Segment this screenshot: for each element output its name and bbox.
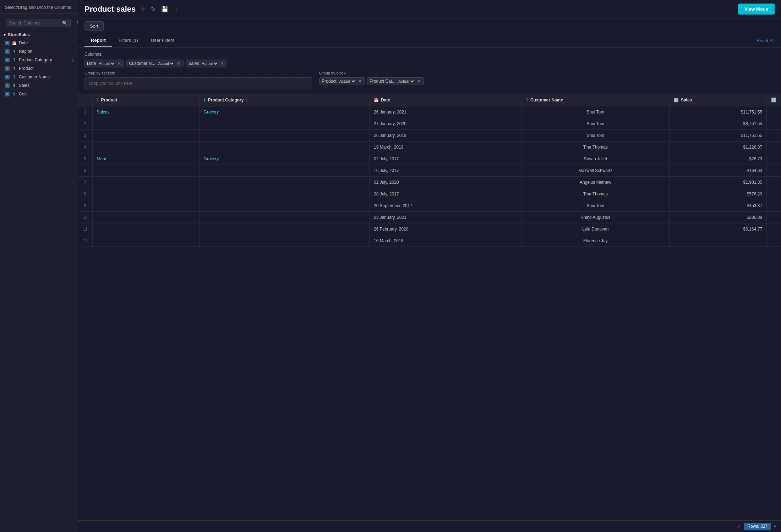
col-pill-remove-sales[interactable]: ✕ bbox=[220, 61, 225, 66]
reset-all-button[interactable]: Reset All bbox=[757, 38, 775, 43]
save-button[interactable]: 💾 bbox=[160, 5, 169, 13]
th-cost-icon[interactable]: 🔢 bbox=[767, 94, 781, 106]
th-product-category[interactable]: T Product Category ↓ bbox=[199, 94, 369, 106]
cell-sales: $164.63 bbox=[669, 165, 766, 177]
more-header-button[interactable]: ⋮ bbox=[173, 5, 181, 13]
cell-cost-icon bbox=[767, 177, 781, 188]
cell-date: 26 February, 2020 bbox=[370, 223, 522, 235]
checkbox-sales[interactable] bbox=[5, 83, 10, 88]
cell-cost-icon bbox=[767, 153, 781, 165]
group-pill-product-cat[interactable]: Product Cat... Actual ✕ bbox=[367, 77, 424, 85]
sort-button[interactable]: Sort bbox=[84, 21, 104, 31]
view-mode-button[interactable]: View Mode bbox=[738, 4, 775, 15]
sidebar-item-cost[interactable]: $ Cost bbox=[0, 90, 78, 98]
col-pill-select-sales[interactable]: Actual bbox=[200, 61, 218, 66]
group-pill-select-product-cat[interactable]: Actual bbox=[397, 79, 415, 84]
sidebar-item-sales[interactable]: $ Sales bbox=[0, 81, 78, 90]
th-sales[interactable]: 🔢 Sales bbox=[669, 94, 766, 106]
cell-row-num: 8 bbox=[78, 188, 92, 200]
cell-row-num: 7 bbox=[78, 177, 92, 188]
chevron-down-icon: ▾ bbox=[4, 32, 6, 37]
sidebar-item-customer-name[interactable]: T Customer Name bbox=[0, 73, 78, 81]
group-by-block: Group by block: Product Actual ✕ Product… bbox=[319, 71, 775, 89]
cell-row-num: 11 bbox=[78, 223, 92, 235]
cell-customer-name: Tina Thomas bbox=[521, 142, 669, 153]
table-row: 9 20 September, 2017 Shui Tom $453.87 bbox=[78, 200, 781, 212]
config-area: Columns: Date Actual ✕ Customer N... Act… bbox=[78, 48, 781, 94]
sort-desc-icon[interactable]: ↓ bbox=[246, 98, 247, 102]
tab-filters[interactable]: Filters (1) bbox=[112, 34, 144, 47]
checkbox-product[interactable] bbox=[5, 66, 10, 71]
cell-date: 16 July, 2017 bbox=[370, 165, 522, 177]
col-pill-select-customer[interactable]: Actual bbox=[157, 61, 175, 66]
cell-product-category bbox=[199, 200, 369, 212]
cell-cost-icon bbox=[767, 118, 781, 130]
cell-product: Meat bbox=[92, 153, 199, 165]
star-button[interactable]: ☆ bbox=[139, 5, 146, 13]
cell-cost-icon bbox=[767, 165, 781, 177]
cell-cost-icon bbox=[767, 223, 781, 235]
cell-sales: $6,164.77 bbox=[669, 223, 766, 235]
th-date[interactable]: 📅 Date bbox=[370, 94, 522, 106]
refresh-header-button[interactable]: ↻ bbox=[150, 5, 157, 13]
cell-customer-name: Tina Thomas bbox=[521, 188, 669, 200]
checkbox-product-category[interactable] bbox=[5, 58, 10, 62]
col-pill-remove-date[interactable]: ✕ bbox=[117, 61, 122, 66]
cell-customer-name: Florence Jay bbox=[521, 235, 669, 247]
cell-customer-name: Maxwell Schwartz bbox=[521, 165, 669, 177]
cal-icon-th-date: 📅 bbox=[374, 98, 379, 102]
group-pills: Product Actual ✕ Product Cat... Actual ✕ bbox=[319, 77, 775, 85]
group-pill-remove-product[interactable]: ✕ bbox=[357, 79, 362, 84]
cell-product bbox=[92, 188, 199, 200]
col-pill-remove-customer[interactable]: ✕ bbox=[176, 61, 181, 66]
expand-icon[interactable]: ⤢ bbox=[737, 524, 741, 529]
cell-product bbox=[92, 130, 199, 142]
cell-cost-icon bbox=[767, 188, 781, 200]
th-customer-label: Customer Name bbox=[530, 98, 563, 102]
sort-asc-icon[interactable]: ↑ bbox=[119, 98, 121, 102]
col-pill-customer[interactable]: Customer N... Actual ✕ bbox=[126, 60, 184, 67]
cell-sales: $8,751.55 bbox=[669, 118, 766, 130]
group-pill-product[interactable]: Product Actual ✕ bbox=[319, 77, 365, 85]
table-row: 1 Spices Grocery 26 January, 2021 Shui T… bbox=[78, 106, 781, 118]
cell-sales: $1,126.87 bbox=[669, 142, 766, 153]
checkbox-cost[interactable] bbox=[5, 92, 10, 96]
sidebar-item-product-category[interactable]: T Product Category ▽ bbox=[0, 56, 78, 64]
tab-report[interactable]: Report bbox=[84, 34, 112, 47]
cell-date: 16 March, 2018 bbox=[370, 235, 522, 247]
col-pill-date[interactable]: Date Actual ✕ bbox=[84, 60, 124, 67]
cell-customer-name: Shui Tom bbox=[521, 118, 669, 130]
th-sales-label: Sales bbox=[681, 98, 692, 102]
drop-zone[interactable]: Drop your column here bbox=[84, 77, 312, 89]
group-pill-remove-product-cat[interactable]: ✕ bbox=[416, 79, 421, 84]
cell-product bbox=[92, 142, 199, 153]
cell-sales: $1,901.35 bbox=[669, 177, 766, 188]
cell-product bbox=[92, 235, 199, 247]
data-table-container[interactable]: T Product ↑ T Product Category ↓ bbox=[78, 94, 781, 520]
sidebar-item-product[interactable]: T Product bbox=[0, 64, 78, 73]
checkbox-customer-name[interactable] bbox=[5, 75, 10, 79]
cell-cost-icon bbox=[767, 200, 781, 212]
col-pill-select-date[interactable]: Actual bbox=[97, 61, 115, 66]
tab-user-filters[interactable]: User Filters bbox=[144, 34, 181, 47]
row-count-bar: ⤢ Rows: 327 ▾ bbox=[78, 520, 781, 532]
search-bar[interactable]: 🔍 bbox=[6, 19, 71, 27]
th-product[interactable]: T Product ↑ bbox=[92, 94, 199, 106]
group-pill-select-product[interactable]: Actual bbox=[338, 79, 356, 84]
sidebar-item-region[interactable]: T Region bbox=[0, 47, 78, 56]
table-row: 10 03 January, 2021 Rhino Augustus $280.… bbox=[78, 212, 781, 223]
cell-product bbox=[92, 200, 199, 212]
sidebar-item-date[interactable]: 📅 Date bbox=[0, 39, 78, 47]
col-pill-sales[interactable]: Sales Actual ✕ bbox=[186, 60, 227, 67]
cell-sales: $11,751.55 bbox=[669, 106, 766, 118]
search-input[interactable] bbox=[9, 21, 62, 26]
group-header[interactable]: ▾ StoreSales bbox=[0, 31, 78, 39]
collapse-icon[interactable]: ▾ bbox=[774, 524, 776, 529]
checkbox-date[interactable] bbox=[5, 41, 10, 45]
checkbox-region[interactable] bbox=[5, 49, 10, 54]
label-customer-name: Customer Name bbox=[19, 74, 74, 79]
filter-icon: ▽ bbox=[71, 58, 74, 62]
cell-date: 26 January, 2021 bbox=[370, 106, 522, 118]
cell-sales: $11,751.55 bbox=[669, 130, 766, 142]
th-customer-name[interactable]: T Customer Name bbox=[521, 94, 669, 106]
